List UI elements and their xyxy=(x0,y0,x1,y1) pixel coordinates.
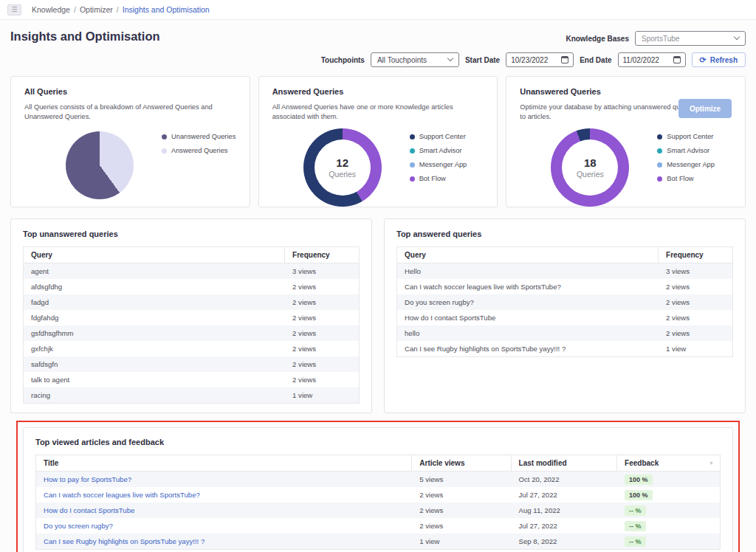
feedback-cell: 100 % xyxy=(617,475,720,485)
end-date-value: 11/02/2022 xyxy=(623,56,659,64)
card-title: Answered Queries xyxy=(272,87,484,96)
breadcrumb: Knowledge / Optimizer / Insights and Opt… xyxy=(32,5,210,14)
page-title: Insights and Optimisation xyxy=(10,30,160,44)
table-header-row: Query Frequency xyxy=(24,247,359,263)
top-viewed-articles-table: Title Article views Last modified Feedba… xyxy=(35,455,721,550)
last-modified-cell: Jul 27, 2022 xyxy=(512,522,618,530)
query-cell: hello xyxy=(397,329,659,337)
column-header-last-modified: Last modified xyxy=(512,455,618,471)
chevron-down-icon xyxy=(734,34,740,40)
query-cell: Can I see Rugby highlights on SportsTube… xyxy=(397,345,659,353)
legend-label: Support Center xyxy=(419,133,466,140)
donut-count-label: Queries xyxy=(329,170,356,179)
column-header-feedback: Feedback ▼ xyxy=(617,455,720,471)
query-cell: gsfdhsgfhmm xyxy=(24,329,285,337)
legend-item: Unanswered Queries xyxy=(162,133,236,140)
knowledge-bases-select[interactable]: SportsTube xyxy=(635,31,746,46)
refresh-button[interactable]: ⟳ Refresh xyxy=(692,52,746,67)
last-modified-cell: Sep 8, 2022 xyxy=(512,537,618,545)
frequency-cell: 2 views xyxy=(285,376,359,384)
legend-item: Smart Advisor xyxy=(657,147,715,154)
breadcrumb-knowledge[interactable]: Knowledge xyxy=(32,5,70,14)
article-link[interactable]: Do you screen rugby? xyxy=(44,522,113,530)
legend-dot-icon xyxy=(410,176,415,182)
legend-item: Messenger App xyxy=(657,161,715,168)
table-row: fdgfahdg2 views xyxy=(24,310,359,325)
table-row: Can I see Rugby highlights on SportsTube… xyxy=(397,341,732,356)
donut-count-label: Queries xyxy=(577,170,604,179)
legend-dot-icon xyxy=(410,148,415,153)
legend-item: Smart Advisor xyxy=(410,147,467,154)
card-description: All Answered Queries have one or more Kn… xyxy=(272,103,484,122)
feedback-badge: -- % xyxy=(625,506,646,516)
sort-icon[interactable]: ▼ xyxy=(709,460,714,466)
all-queries-pie-chart xyxy=(66,131,134,199)
refresh-label: Refresh xyxy=(710,56,738,64)
frequency-cell: 2 views xyxy=(659,314,732,322)
legend-item: Answered Queries xyxy=(162,147,236,154)
table-row: safdsgfn2 views xyxy=(24,356,359,372)
table-title: Top viewed articles and feedback xyxy=(35,438,721,446)
query-cell: safdsgfn xyxy=(24,360,285,368)
calendar-icon[interactable] xyxy=(561,56,568,63)
end-date-input[interactable]: 11/02/2022 xyxy=(618,52,686,67)
legend-label: Smart Advisor xyxy=(419,147,462,154)
breadcrumb-current[interactable]: Insights and Optimisation xyxy=(123,5,210,14)
article-views-cell: 2 views xyxy=(412,522,511,530)
article-title-cell: Can I see Rugby highlights on SportsTube… xyxy=(36,537,412,545)
legend-label: Bot Flow xyxy=(419,175,446,182)
frequency-cell: 2 views xyxy=(285,283,359,291)
legend-dot-icon xyxy=(657,134,662,139)
feedback-badge: -- % xyxy=(625,537,646,547)
table-row: Hello3 views xyxy=(397,263,732,279)
start-date-value: 10/23/2022 xyxy=(511,56,548,64)
legend-label: Answered Queries xyxy=(171,147,227,154)
query-cell: How do I contact SportsTube xyxy=(397,314,659,322)
top-unanswered-queries-card: Top unanswered queries Query Frequency a… xyxy=(10,218,372,413)
table-row: hello2 views xyxy=(397,325,732,341)
article-views-cell: 1 view xyxy=(412,537,511,545)
top-answered-queries-card: Top answered queries Query Frequency Hel… xyxy=(384,218,746,413)
legend-label: Smart Advisor xyxy=(667,147,709,154)
article-link[interactable]: Can I see Rugby highlights on SportsTube… xyxy=(44,537,205,545)
menu-icon[interactable]: ☰ xyxy=(7,4,21,15)
article-link[interactable]: How to pay for SportsTube? xyxy=(44,475,131,483)
query-cell: Can I watch soccer leagues live with Spo… xyxy=(397,283,659,291)
start-date-input[interactable]: 10/23/2022 xyxy=(506,52,574,67)
frequency-cell: 1 view xyxy=(659,345,732,353)
calendar-icon[interactable] xyxy=(673,56,681,63)
touchpoints-select[interactable]: All Touchpoints xyxy=(371,52,459,67)
frequency-cell: 2 views xyxy=(659,329,732,337)
query-cell: afdsgfdhg xyxy=(24,283,285,291)
table-title: Top unanswered queries xyxy=(23,230,360,238)
table-row: Can I see Rugby highlights on SportsTube… xyxy=(36,534,720,549)
frequency-cell: 2 views xyxy=(285,298,359,306)
legend-dot-icon xyxy=(657,148,662,153)
column-header-frequency: Frequency xyxy=(659,247,732,263)
optimize-button[interactable]: Optimize xyxy=(678,99,732,118)
legend-item: Support Center xyxy=(657,133,715,140)
frequency-cell: 2 views xyxy=(285,345,359,353)
chevron-down-icon xyxy=(447,55,453,61)
top-answered-queries-table: Query Frequency Hello3 viewsCan I watch … xyxy=(396,246,733,357)
legend-label: Bot Flow xyxy=(667,175,693,182)
feedback-cell: -- % xyxy=(617,506,720,516)
article-views-cell: 2 views xyxy=(412,491,511,499)
article-title-cell: How to pay for SportsTube? xyxy=(36,475,412,483)
frequency-cell: 2 views xyxy=(285,314,359,322)
article-link[interactable]: Can I watch soccer leagues live with Spo… xyxy=(44,491,200,499)
table-header-row: Query Frequency xyxy=(397,247,732,263)
legend-item: Bot Flow xyxy=(657,175,715,182)
legend-dot-icon xyxy=(657,162,662,168)
breadcrumb-optimizer[interactable]: Optimizer xyxy=(80,5,113,14)
breadcrumb-separator: / xyxy=(74,5,76,14)
frequency-cell: 3 views xyxy=(285,267,359,275)
legend-dot-icon xyxy=(657,176,662,182)
article-link[interactable]: How do I contact SportsTube xyxy=(44,506,134,514)
table-row: Can I watch soccer leagues live with Spo… xyxy=(397,279,732,294)
column-header-title: Title xyxy=(36,455,412,471)
table-row: Do you screen rugby?2 views xyxy=(397,294,732,310)
query-cell: agent xyxy=(24,267,285,275)
unanswered-queries-card: Unanswered Queries Optimize your databas… xyxy=(506,76,746,207)
card-description: All Queries consists of a breakdown of A… xyxy=(24,103,236,122)
